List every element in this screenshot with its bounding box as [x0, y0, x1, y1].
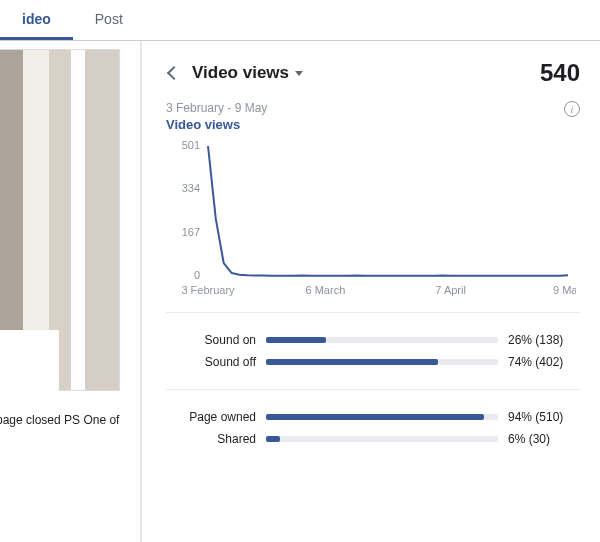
svg-text:3 February: 3 February: [181, 284, 235, 296]
info-icon[interactable]: i: [564, 101, 580, 117]
metric-selector[interactable]: Video views: [192, 63, 303, 83]
svg-text:7 April: 7 April: [435, 284, 466, 296]
stats-ownership: Page owned94% (510)Shared6% (30): [166, 389, 580, 450]
stat-value: 94% (510): [508, 410, 580, 424]
stat-label: Sound on: [166, 333, 256, 347]
stat-label: Sound off: [166, 355, 256, 369]
stat-row: Sound on26% (138): [166, 329, 580, 351]
svg-text:6 March: 6 March: [306, 284, 346, 296]
metric-total: 540: [540, 59, 580, 87]
stat-bar: [266, 337, 498, 343]
series-label[interactable]: Video views: [166, 117, 580, 132]
stat-row: Shared6% (30): [166, 428, 580, 450]
stat-row: Page owned94% (510): [166, 406, 580, 428]
svg-text:9 May: 9 May: [553, 284, 576, 296]
tabs: ideo Post: [0, 0, 600, 41]
stat-bar: [266, 414, 498, 420]
stat-row: Sound off74% (402): [166, 351, 580, 373]
svg-text:334: 334: [182, 182, 200, 194]
left-column: page closed PS One of: [0, 41, 141, 542]
stat-bar: [266, 436, 498, 442]
views-chart: 50133416703 February6 March7 April9 May: [166, 140, 580, 300]
video-thumbnail[interactable]: [0, 49, 120, 391]
svg-text:501: 501: [182, 140, 200, 151]
insights-panel: Video views 540 3 February - 9 May Video…: [141, 41, 600, 542]
stat-value: 74% (402): [508, 355, 580, 369]
stat-label: Page owned: [166, 410, 256, 424]
stat-value: 6% (30): [508, 432, 580, 446]
chevron-down-icon: [295, 71, 303, 76]
back-button[interactable]: [166, 65, 182, 81]
stat-value: 26% (138): [508, 333, 580, 347]
chart-svg: 50133416703 February6 March7 April9 May: [166, 140, 576, 300]
tab-video[interactable]: ideo: [0, 0, 73, 40]
stat-bar: [266, 359, 498, 365]
svg-text:167: 167: [182, 226, 200, 238]
date-range: 3 February - 9 May: [166, 101, 580, 115]
stats-sound: Sound on26% (138)Sound off74% (402): [166, 312, 580, 373]
metric-title: Video views: [192, 63, 289, 83]
svg-text:0: 0: [194, 269, 200, 281]
stat-label: Shared: [166, 432, 256, 446]
tab-post[interactable]: Post: [73, 0, 145, 40]
